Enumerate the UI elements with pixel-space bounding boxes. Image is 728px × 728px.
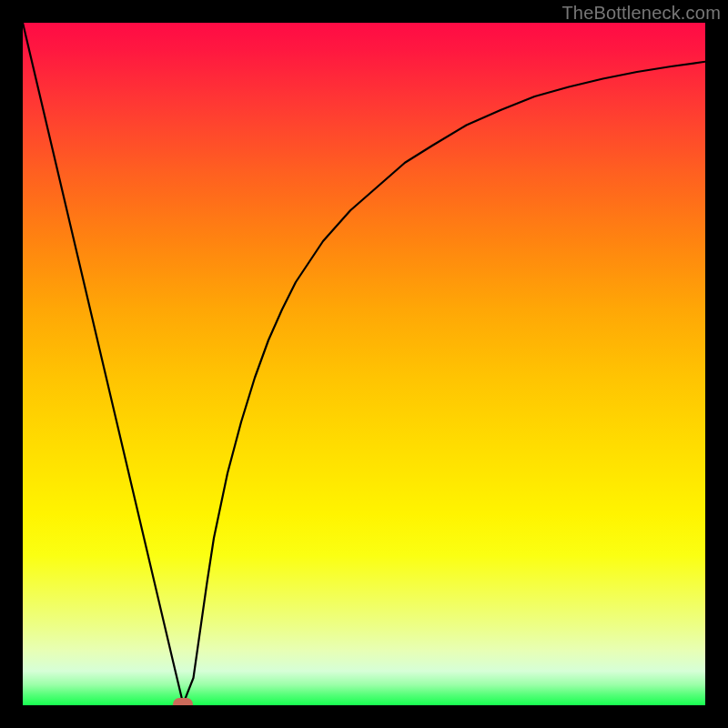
minimum-marker — [173, 698, 193, 706]
gradient-background — [23, 23, 705, 705]
watermark-text: TheBottleneck.com — [561, 3, 721, 24]
plot-area — [23, 23, 705, 705]
chart-frame: TheBottleneck.com — [0, 0, 728, 728]
